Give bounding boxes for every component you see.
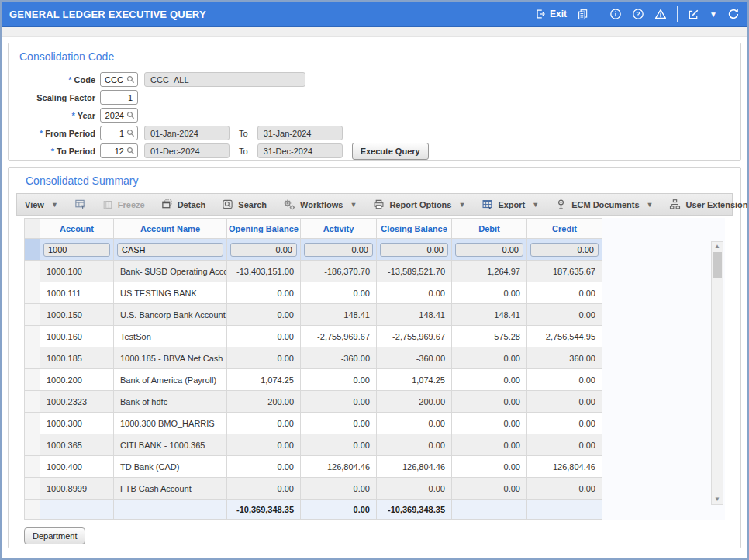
closing-balance-cell[interactable]: 0.00 — [377, 434, 452, 456]
chevron-down-icon[interactable]: ▼ — [709, 10, 717, 19]
account-name-cell[interactable]: Bank- $USD Operating Account — [114, 261, 227, 282]
account-name-cell[interactable]: 1000.300 BMO_HARRIS — [114, 413, 227, 434]
table-row[interactable]: 1000.365 CITI BANK - 1000.365 0.00 0.00 … — [25, 434, 602, 456]
credit-cell[interactable]: 360.00 — [527, 347, 602, 369]
search-icon[interactable] — [126, 75, 135, 84]
closing-balance-cell[interactable]: 1,074.25 — [377, 369, 452, 391]
opening-balance-cell[interactable]: -200.00 — [227, 391, 301, 413]
scrollbar-thumb[interactable] — [713, 252, 722, 278]
account-name-cell[interactable]: Bank of America (Payroll) — [114, 369, 227, 391]
activity-cell[interactable]: -186,370.70 — [301, 261, 377, 282]
account-cell[interactable]: 1000.111 — [40, 282, 114, 304]
scrollbar-track[interactable] — [712, 278, 723, 495]
filter-credit-input[interactable]: 0.00 — [530, 243, 599, 257]
account-name-cell[interactable]: 1000.185 - BBVA Net Cash — [114, 347, 227, 369]
closing-balance-cell[interactable]: -200.00 — [377, 391, 452, 413]
table-row[interactable]: 1000.100 Bank- $USD Operating Account -1… — [25, 261, 602, 282]
account-cell[interactable]: 1000.300 — [40, 413, 114, 434]
execute-query-button[interactable]: Execute Query — [352, 143, 429, 160]
department-button[interactable]: Department — [24, 527, 85, 544]
from-period-input[interactable]: 1 — [100, 126, 138, 140]
filter-account-input[interactable]: 1000 — [43, 243, 110, 257]
row-header-cell[interactable] — [25, 369, 40, 391]
credit-cell[interactable]: 0.00 — [527, 369, 602, 391]
activity-cell[interactable]: 0.00 — [301, 282, 377, 304]
credit-cell[interactable]: 187,635.67 — [527, 261, 602, 282]
view-menu-button[interactable]: View▼ — [25, 200, 58, 209]
search-icon[interactable] — [126, 111, 135, 119]
ecm-documents-menu-button[interactable]: ECM Documents▼ — [555, 199, 653, 210]
opening-balance-cell[interactable]: 0.00 — [227, 478, 301, 500]
credit-cell[interactable]: 0.00 — [527, 434, 602, 456]
closing-balance-cell[interactable]: -126,804.46 — [377, 456, 452, 478]
activity-cell[interactable]: -360.00 — [301, 347, 377, 369]
edit-button[interactable] — [688, 9, 699, 20]
detach-button[interactable]: Detach — [161, 199, 206, 210]
activity-cell[interactable]: 0.00 — [301, 369, 377, 391]
selected-filter-row[interactable]: 1000 CASH 0.00 0.00 0.00 0.00 0.00 — [25, 239, 602, 261]
credit-cell[interactable]: 126,804.46 — [527, 456, 602, 478]
activity-cell[interactable]: -126,804.46 — [301, 456, 377, 478]
credit-cell[interactable]: 0.00 — [527, 413, 602, 434]
row-header-cell[interactable] — [25, 239, 40, 261]
activity-cell[interactable]: -2,755,969.67 — [301, 326, 377, 347]
account-cell[interactable]: 1000.365 — [40, 434, 114, 456]
info-button[interactable] — [609, 8, 622, 20]
scroll-up-arrow-icon[interactable]: ▲ — [714, 242, 720, 251]
closing-balance-cell[interactable]: 0.00 — [377, 282, 452, 304]
scroll-down-arrow-icon[interactable]: ▼ — [714, 495, 720, 504]
credit-cell[interactable]: 0.00 — [527, 304, 602, 326]
row-header-cell[interactable] — [25, 282, 40, 304]
closing-balance-cell[interactable]: 148.41 — [377, 304, 452, 326]
opening-balance-cell[interactable]: -13,403,151.00 — [227, 261, 301, 282]
filter-activity-input[interactable]: 0.00 — [304, 243, 373, 257]
credit-cell[interactable]: 0.00 — [527, 478, 602, 500]
table-row[interactable]: 1000.185 1000.185 - BBVA Net Cash 0.00 -… — [25, 347, 602, 369]
help-button[interactable]: ? — [632, 8, 644, 20]
debit-cell[interactable]: 0.00 — [452, 391, 527, 413]
table-row[interactable]: 1000.200 Bank of America (Payroll) 1,074… — [25, 369, 602, 391]
warning-button[interactable] — [654, 8, 667, 20]
workflows-menu-button[interactable]: Workflows▼ — [283, 199, 357, 211]
account-name-cell[interactable]: FTB Cash Account — [114, 478, 227, 500]
refresh-button[interactable] — [727, 8, 740, 20]
row-header-cell[interactable] — [25, 304, 40, 326]
closing-balance-cell[interactable]: 0.00 — [377, 413, 452, 434]
opening-balance-cell[interactable]: 0.00 — [227, 304, 301, 326]
account-name-cell[interactable]: TestSon — [114, 326, 227, 347]
account-cell[interactable]: 1000.400 — [40, 456, 114, 478]
account-cell[interactable]: 1000.200 — [40, 369, 114, 391]
table-row[interactable]: 1000.2323 Bank of hdfc -200.00 0.00 -200… — [25, 391, 602, 413]
debit-cell[interactable]: 0.00 — [452, 434, 527, 456]
account-cell[interactable]: 1000.185 — [40, 347, 114, 369]
account-cell[interactable]: 1000.8999 — [40, 478, 114, 500]
closing-balance-cell[interactable]: -360.00 — [377, 347, 452, 369]
row-header-cell[interactable] — [25, 478, 40, 500]
row-header-cell[interactable] — [25, 413, 40, 434]
table-row[interactable]: 1000.160 TestSon 0.00 -2,755,969.67 -2,7… — [25, 326, 602, 347]
debit-cell[interactable]: 0.00 — [452, 369, 527, 391]
column-header-opening-balance[interactable]: Opening Balance — [227, 219, 301, 239]
activity-cell[interactable]: 0.00 — [301, 478, 377, 500]
scaling-factor-input[interactable]: 1 — [100, 90, 138, 105]
filter-closing-balance-input[interactable]: 0.00 — [380, 243, 448, 257]
table-row[interactable]: 1000.111 US TESTING BANK 0.00 0.00 0.00 … — [25, 282, 602, 304]
row-header-cell[interactable] — [25, 347, 40, 369]
account-name-cell[interactable]: US TESTING BANK — [114, 282, 227, 304]
table-row[interactable]: 1000.150 U.S. Bancorp Bank Account 0.00 … — [25, 304, 602, 326]
filter-opening-balance-input[interactable]: 0.00 — [230, 243, 297, 257]
search-button[interactable]: Search — [222, 199, 267, 210]
credit-cell[interactable]: 0.00 — [527, 282, 602, 304]
opening-balance-cell[interactable]: 0.00 — [227, 456, 301, 478]
account-name-cell[interactable]: TD Bank (CAD) — [114, 456, 227, 478]
to-period-input[interactable]: 12 — [100, 143, 138, 158]
account-cell[interactable]: 1000.100 — [40, 261, 114, 282]
copy-button[interactable] — [577, 9, 588, 20]
row-header-cell[interactable] — [25, 456, 40, 478]
search-icon[interactable] — [126, 129, 135, 137]
vertical-scrollbar[interactable]: ▲ ▼ — [711, 241, 723, 505]
debit-cell[interactable]: 0.00 — [452, 282, 527, 304]
user-extensions-button[interactable]: User Extensions — [669, 199, 749, 210]
account-cell[interactable]: 1000.150 — [40, 304, 114, 326]
opening-balance-cell[interactable]: 0.00 — [227, 434, 301, 456]
